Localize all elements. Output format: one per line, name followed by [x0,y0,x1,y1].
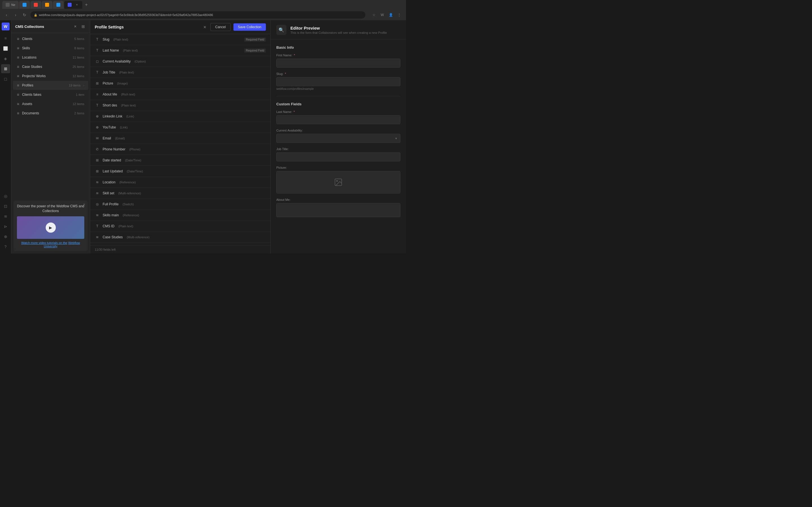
collection-icon: ≡ [17,102,19,106]
cms-item-profiles[interactable]: ≡ Profiles 19 items › [13,81,88,90]
toolbar-menu[interactable]: ≡ [1,34,10,43]
field-case-studies[interactable]: ≋ Case Studies (Multi-reference) [90,232,270,243]
last-name-group: Last Name: * [276,110,400,124]
availability-label: Current Availability: [276,129,400,132]
promo-close-button[interactable]: ✕ [83,203,86,207]
slug-input[interactable] [276,77,400,86]
toolbar-layers[interactable]: ≋ [1,212,10,221]
field-last-updated[interactable]: ⊞ Last Updated (Date/Time) [90,166,270,177]
required-badge: Required Field [244,38,266,42]
collection-name: Case Studies [22,65,70,69]
reference-icon: ≋ [95,180,100,185]
cms-item-assets[interactable]: ≡ Assets 12 items [13,100,88,108]
collection-name: Assets [22,102,70,106]
field-location[interactable]: ≋ Location (Reference) [90,177,270,188]
bookmark-button[interactable]: ☆ [370,11,377,18]
editor-preview-panel: 🔍 Editor Preview This is the form that C… [271,20,406,253]
multi-reference-icon: ≋ [95,235,100,240]
tab-4[interactable] [42,1,52,9]
cancel-button[interactable]: Cancel [210,23,231,31]
cms-item-locations[interactable]: ≡ Locations 11 items [13,53,88,62]
last-name-input[interactable] [276,115,400,124]
rich-text-icon: ≡ [95,92,100,97]
field-email[interactable]: ✉ Email (Email) [90,133,270,144]
chevron-right-icon: › [84,84,84,87]
url-bar[interactable]: 🔒 webflow.com/design/pauls-dapper-projec… [31,11,365,18]
field-linkedin[interactable]: ⊕ Linkedin Link (Link) [90,111,270,122]
cms-collections-list: ≡ Clients 5 items ≡ Skills 8 items ≡ Loc… [11,33,90,198]
toolbar-pages[interactable]: ⬜ [1,44,10,53]
editor-header: 🔍 Editor Preview This is the form that C… [271,20,406,40]
cms-header: CMS Collections ✕ ⊞ [11,20,90,33]
field-youtube[interactable]: ⊕ YouTube (Link) [90,122,270,133]
field-slug[interactable]: T Slug (Plain text) Required Field [90,34,270,45]
toolbar-grid[interactable]: ⊡ [1,202,10,211]
field-job-title[interactable]: T Job Title (Plain text) [90,67,270,78]
cms-panel: CMS Collections ✕ ⊞ ≡ Clients 5 items ≡ … [11,20,90,253]
promo-video-thumbnail[interactable]: ▶ [17,216,84,239]
toolbar-ecommerce[interactable]: ◻ [1,74,10,83]
play-icon[interactable]: ▶ [46,223,56,233]
picture-group: Picture: [276,166,400,193]
new-tab-button[interactable]: + [83,1,90,8]
field-phone[interactable]: ✆ Phone Number (Phone) [90,144,270,155]
save-collection-button[interactable]: Save Collection [234,23,266,31]
field-cms-id[interactable]: T CMS ID (Plain text) [90,221,270,232]
collection-count: 5 items [74,37,84,41]
field-date-started[interactable]: ⊞ Date started (Date/Time) [90,155,270,166]
menu-button[interactable]: ⋮ [396,11,403,18]
required-badge: Required Field [244,48,266,53]
tab-1[interactable]: Ne [2,1,18,9]
tab-5[interactable] [53,1,64,9]
slug-label: Slug: * [276,72,400,75]
cms-item-case-studies[interactable]: ≡ Case Studies 25 items [13,62,88,71]
cms-close-button[interactable]: ✕ [72,24,78,29]
toolbar-cms[interactable]: ⊞ [1,64,10,73]
multi-reference-icon: ≋ [95,191,100,196]
field-skills-main[interactable]: ≋ Skills main (Reference) [90,210,270,221]
back-button[interactable]: ‹ [3,13,10,17]
tab-active[interactable]: ✕ [64,1,82,9]
cms-item-projects[interactable]: ≡ Projects/ Works 12 items [13,71,88,80]
toolbar-preview[interactable]: ⊳ [1,222,10,231]
picture-placeholder[interactable] [276,171,400,193]
field-full-profile[interactable]: ◎ Full Profile (Switch) [90,199,270,210]
tab-3[interactable] [31,1,41,9]
toolbar-help[interactable]: ? [1,242,10,251]
date-icon: ⊞ [95,158,100,163]
field-picture[interactable]: ⊞ Picture (Image) [90,78,270,89]
collection-count: 12 items [72,102,84,106]
collection-name: Profiles [22,83,66,87]
job-title-input[interactable] [276,152,400,161]
webflow-logo[interactable]: W [2,22,10,31]
collection-name: Locations [22,55,70,59]
tab-2[interactable] [19,1,30,9]
field-cs-liked[interactable]: ≋ CS Liked (Multi-reference) [90,243,270,245]
field-about-me[interactable]: ≡ About Me (Rich text) [90,89,270,100]
link-icon: ⊕ [95,114,100,119]
promo-title: Discover the power of the Webflow CMS an… [17,204,84,214]
field-current-availability[interactable]: ◻ Current Availability (Option) [90,56,270,67]
cms-settings-button[interactable]: ⊞ [80,24,86,29]
cms-promo: ✕ Discover the power of the Webflow CMS … [13,201,88,251]
availability-select[interactable] [276,134,400,143]
cms-item-skills[interactable]: ≡ Skills 8 items [13,44,88,53]
refresh-button[interactable]: ↻ [21,13,28,17]
extensions-button[interactable]: W [379,11,386,18]
cms-item-documents[interactable]: ≡ Documents 2 items [13,109,88,118]
profile-button[interactable]: 👤 [388,11,394,18]
toolbar-components[interactable]: ◈ [1,54,10,63]
toolbar-add[interactable]: ⊕ [1,232,10,241]
tab-close[interactable]: ✕ [75,3,79,7]
toolbar-zoom[interactable]: ◎ [1,191,10,201]
cms-item-clients[interactable]: ≡ Clients 5 items [13,34,88,43]
basic-info-section: Basic Info [276,45,400,50]
field-last-name[interactable]: T Last Name (Plain text) Required Field [90,45,270,56]
field-short-des[interactable]: T Short des (Plain text) [90,100,270,111]
about-me-textarea[interactable] [276,203,400,217]
profile-close-button[interactable]: ✕ [202,24,207,30]
forward-button[interactable]: › [12,13,18,17]
first-name-input[interactable] [276,59,400,68]
cms-item-clients-fakes[interactable]: ≡ Clients fakes 1 item [13,90,88,99]
field-skill-set[interactable]: ≋ Skill set (Multi-reference) [90,188,270,199]
